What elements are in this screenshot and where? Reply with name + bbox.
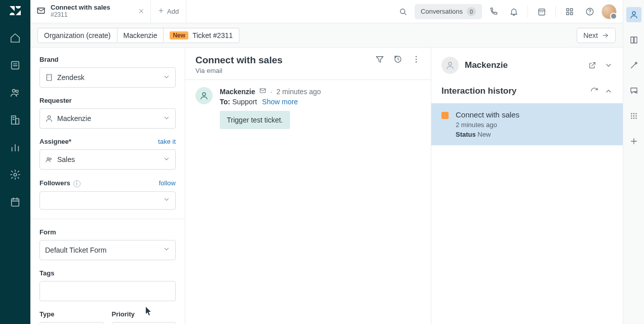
email-icon <box>36 6 46 17</box>
top-bar: Connect with sales #2311 Add Conversatio… <box>30 0 623 23</box>
nav-calendar-icon[interactable] <box>7 194 23 210</box>
svg-point-3 <box>13 90 16 93</box>
svg-rect-24 <box>539 9 545 15</box>
plus-icon <box>158 8 164 15</box>
history-item-title: Connect with sales <box>456 110 519 119</box>
nav-org-icon[interactable] <box>7 112 23 128</box>
add-tab-label: Add <box>167 8 179 15</box>
history-item-time: 2 minutes ago <box>456 121 519 129</box>
calendar-icon[interactable] <box>533 3 550 20</box>
tags-label: Tags <box>39 269 54 277</box>
product-logo[interactable] <box>9 4 22 19</box>
crumb-user[interactable]: Mackenzie <box>117 28 164 43</box>
svg-point-59 <box>631 113 632 114</box>
close-tab-icon[interactable] <box>138 8 144 16</box>
show-more-link[interactable]: Show more <box>262 98 298 106</box>
grid-icon[interactable] <box>626 108 641 124</box>
svg-point-40 <box>48 116 50 118</box>
more-icon[interactable] <box>412 55 421 64</box>
nav-views-icon[interactable] <box>7 57 23 73</box>
assignee-label: Assignee* <box>39 138 71 145</box>
type-select[interactable]: - <box>39 322 104 325</box>
follow-link[interactable]: follow <box>159 179 176 187</box>
tags-input[interactable] <box>39 281 176 301</box>
crumb-ticket[interactable]: New Ticket #2311 <box>164 28 239 43</box>
nav-reporting-icon[interactable] <box>7 139 23 155</box>
svg-rect-28 <box>567 9 569 11</box>
svg-point-67 <box>635 117 636 118</box>
info-icon[interactable]: i <box>73 180 80 187</box>
svg-point-62 <box>631 115 632 116</box>
conversations-button[interactable]: Conversations 0 <box>415 4 482 19</box>
help-icon[interactable] <box>581 3 598 20</box>
search-button[interactable] <box>394 3 412 20</box>
conversations-label: Conversations <box>421 8 463 15</box>
form-select[interactable]: Default Ticket Form <box>39 240 176 260</box>
form-label: Form <box>39 228 56 236</box>
svg-rect-0 <box>12 62 19 69</box>
nav-admin-icon[interactable] <box>7 167 23 183</box>
svg-point-63 <box>633 115 634 116</box>
add-app-icon[interactable] <box>626 134 641 149</box>
svg-rect-35 <box>47 74 51 80</box>
svg-point-48 <box>203 93 206 96</box>
nav-customers-icon[interactable] <box>7 85 23 101</box>
wand-icon[interactable] <box>626 58 641 73</box>
workspace-tab[interactable]: Connect with sales #2311 <box>30 0 151 23</box>
knowledge-icon[interactable] <box>626 32 641 48</box>
context-user-name: Mackenzie <box>465 60 582 70</box>
svg-point-45 <box>416 56 417 57</box>
refresh-icon[interactable] <box>590 87 598 95</box>
bell-icon[interactable] <box>505 3 522 20</box>
svg-point-41 <box>47 157 49 159</box>
chevron-down-icon <box>163 73 170 82</box>
message-time: 2 minutes ago <box>276 88 321 96</box>
svg-point-66 <box>633 117 634 118</box>
new-badge: New <box>170 31 188 39</box>
apps-icon[interactable] <box>561 3 578 20</box>
filter-icon[interactable] <box>375 55 384 64</box>
to-label: To: <box>220 98 230 106</box>
ticket-properties-panel: Brand Zendesk Requester Mackenzie <box>30 48 185 324</box>
svg-line-23 <box>405 13 406 14</box>
followers-select[interactable] <box>39 191 176 210</box>
email-icon <box>259 87 266 96</box>
tab-subtitle: #2311 <box>51 12 110 19</box>
svg-point-65 <box>631 117 632 118</box>
type-label: Type <box>39 310 54 318</box>
priority-select[interactable]: High <box>112 322 176 325</box>
brand-select[interactable]: Zendesk <box>39 67 176 88</box>
next-button[interactable]: Next <box>577 28 616 43</box>
profile-avatar[interactable] <box>601 4 617 19</box>
svg-rect-6 <box>16 118 19 124</box>
message-body: Trigger test ticket. <box>220 111 290 129</box>
conversations-count: 0 <box>467 7 476 16</box>
conversation-panel: Connect with sales Via email <box>185 48 431 324</box>
user-context-icon[interactable] <box>626 7 641 22</box>
chat-icon[interactable] <box>626 83 641 98</box>
take-it-link[interactable]: take it <box>158 138 176 145</box>
svg-point-60 <box>633 113 634 114</box>
nav-home-icon[interactable] <box>7 30 23 46</box>
chevron-down-icon[interactable] <box>605 61 613 69</box>
add-tab-button[interactable]: Add <box>151 0 186 23</box>
svg-marker-43 <box>376 57 383 62</box>
chevron-up-icon[interactable] <box>605 87 613 95</box>
ticket-via: Via email <box>195 67 283 74</box>
requester-select[interactable]: Mackenzie <box>39 108 176 129</box>
svg-point-4 <box>16 90 18 93</box>
open-external-icon[interactable] <box>588 61 596 69</box>
svg-rect-30 <box>567 12 569 15</box>
context-avatar <box>441 57 459 74</box>
tab-title: Connect with sales <box>51 4 110 12</box>
phone-icon[interactable] <box>485 3 502 20</box>
events-icon[interactable] <box>393 55 402 64</box>
building-icon <box>45 73 53 82</box>
status-color-badge <box>441 112 449 119</box>
group-icon <box>45 155 53 164</box>
assignee-select[interactable]: Sales <box>39 149 176 170</box>
history-heading: Interaction history <box>441 86 584 96</box>
history-item[interactable]: Connect with sales 2 minutes ago Status … <box>431 103 623 145</box>
svg-point-58 <box>632 12 635 15</box>
crumb-organization[interactable]: Organization (create) <box>37 28 117 43</box>
